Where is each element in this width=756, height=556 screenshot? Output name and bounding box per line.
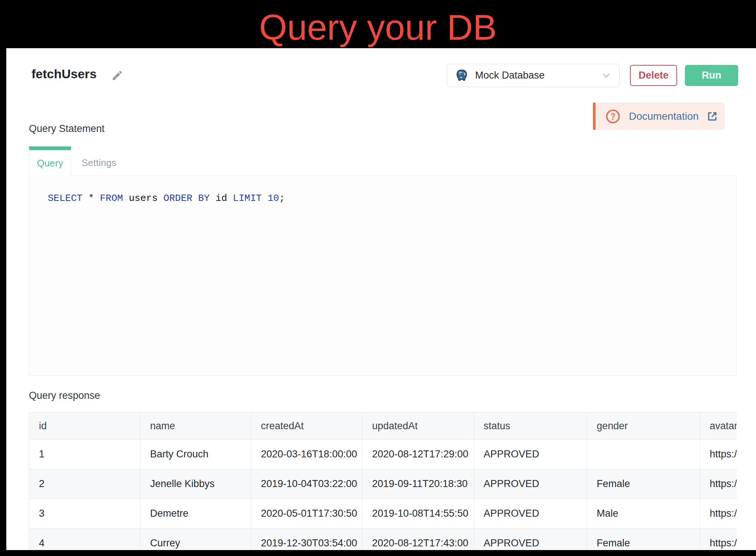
table-row: 1Barty Crouch2020-03-16T18:00:002020-08-… bbox=[29, 440, 737, 469]
external-link-icon bbox=[707, 111, 718, 122]
tab-query[interactable]: Query bbox=[29, 146, 71, 176]
sql-token bbox=[192, 193, 198, 204]
table-cell: 3 bbox=[29, 499, 140, 529]
column-header: status bbox=[474, 413, 587, 440]
table-cell: 2020-08-12T17:43:00 bbox=[362, 529, 474, 550]
table-cell: 2019-10-08T14:55:50 bbox=[362, 499, 474, 529]
table-cell: Currey bbox=[140, 529, 251, 550]
table-cell: 2019-10-04T03:22:00 bbox=[251, 469, 362, 499]
question-mark-icon bbox=[605, 109, 621, 124]
column-header: id bbox=[29, 413, 140, 440]
table-cell: APPROVED bbox=[474, 529, 587, 550]
sql-token: id bbox=[210, 193, 233, 204]
sql-token: FROM bbox=[100, 193, 123, 204]
postgresql-icon bbox=[455, 69, 469, 83]
response-table: idnamecreatedAtupdatedAtstatusgenderavat… bbox=[29, 412, 737, 550]
table-cell: APPROVED bbox=[474, 469, 587, 499]
sql-token bbox=[94, 193, 100, 204]
content-panel: fetchUsers Mock Database Delete Run Docu… bbox=[6, 48, 756, 550]
delete-button[interactable]: Delete bbox=[630, 65, 677, 86]
table-cell: 2019-12-30T03:54:00 bbox=[251, 529, 362, 550]
table-cell: https:// bbox=[700, 529, 737, 550]
table-cell: Jenelle Kibbys bbox=[140, 469, 251, 499]
documentation-banner[interactable]: Documentation bbox=[593, 103, 724, 130]
table-cell: 2020-03-16T18:00:00 bbox=[251, 440, 362, 469]
chevron-down-icon bbox=[601, 70, 612, 81]
table-header-row: idnamecreatedAtupdatedAtstatusgenderavat… bbox=[29, 413, 737, 440]
table-cell: 2019-09-11T20:18:30 bbox=[362, 469, 474, 499]
query-response-label: Query response bbox=[29, 390, 100, 401]
column-header: updatedAt bbox=[362, 413, 474, 440]
table-cell: APPROVED bbox=[474, 499, 587, 529]
table-cell: Female bbox=[587, 469, 700, 499]
table-cell: 4 bbox=[29, 529, 140, 550]
app-root: { "banner": { "title": "Query your DB" }… bbox=[0, 0, 756, 556]
table-row: 4Currey2019-12-30T03:54:002020-08-12T17:… bbox=[29, 529, 737, 550]
tab-settings[interactable]: Settings bbox=[72, 150, 126, 175]
table-cell: https:// bbox=[700, 440, 737, 469]
sql-code-line: SELECT * FROM users ORDER BY id LIMIT 10… bbox=[48, 193, 285, 204]
table-cell: https:// bbox=[700, 499, 737, 529]
sql-token: BY bbox=[198, 193, 210, 204]
run-button[interactable]: Run bbox=[685, 65, 738, 86]
table-cell: Barty Crouch bbox=[140, 440, 251, 469]
query-editor[interactable]: SELECT * FROM users ORDER BY id LIMIT 10… bbox=[29, 175, 737, 376]
column-header: avatar bbox=[700, 413, 737, 440]
column-header: gender bbox=[587, 413, 700, 440]
table-cell: 2020-08-12T17:29:00 bbox=[362, 440, 474, 469]
documentation-link[interactable]: Documentation bbox=[629, 110, 699, 122]
response-table-wrapper: idnamecreatedAtupdatedAtstatusgenderavat… bbox=[29, 412, 737, 550]
sql-token: ; bbox=[279, 193, 285, 204]
query-statement-label: Query Statement bbox=[29, 123, 105, 135]
sql-token: SELECT bbox=[48, 193, 83, 204]
table-cell: Demetre bbox=[140, 499, 251, 529]
table-cell: 1 bbox=[29, 440, 140, 469]
resource-selector-value: Mock Database bbox=[475, 70, 601, 81]
column-header: createdAt bbox=[251, 413, 362, 440]
sql-token: LIMIT bbox=[233, 193, 262, 204]
sql-token: 10 bbox=[268, 193, 279, 204]
table-row: 3Demetre2020-05-01T17:30:502019-10-08T14… bbox=[29, 499, 737, 529]
table-cell bbox=[587, 440, 700, 469]
sql-token bbox=[83, 193, 89, 204]
table-cell: 2 bbox=[29, 469, 140, 499]
resource-selector-dropdown[interactable]: Mock Database bbox=[447, 64, 620, 87]
sql-token bbox=[262, 193, 268, 204]
sql-token: * bbox=[88, 193, 94, 204]
sql-token: ORDER bbox=[163, 193, 192, 204]
column-header: name bbox=[140, 413, 251, 440]
table-row: 2Jenelle Kibbys2019-10-04T03:22:002019-0… bbox=[29, 469, 737, 499]
sql-token: users bbox=[123, 193, 163, 204]
table-cell: APPROVED bbox=[474, 440, 587, 469]
table-cell: Male bbox=[587, 499, 700, 529]
query-name-title: fetchUsers bbox=[32, 67, 97, 81]
table-cell: Female bbox=[587, 529, 700, 550]
banner-title: Query your DB bbox=[0, 0, 756, 55]
table-cell: 2020-05-01T17:30:50 bbox=[251, 499, 362, 529]
edit-pencil-icon[interactable] bbox=[111, 69, 123, 82]
table-cell: https:// bbox=[700, 469, 737, 499]
top-banner: Query your DB bbox=[0, 0, 756, 48]
